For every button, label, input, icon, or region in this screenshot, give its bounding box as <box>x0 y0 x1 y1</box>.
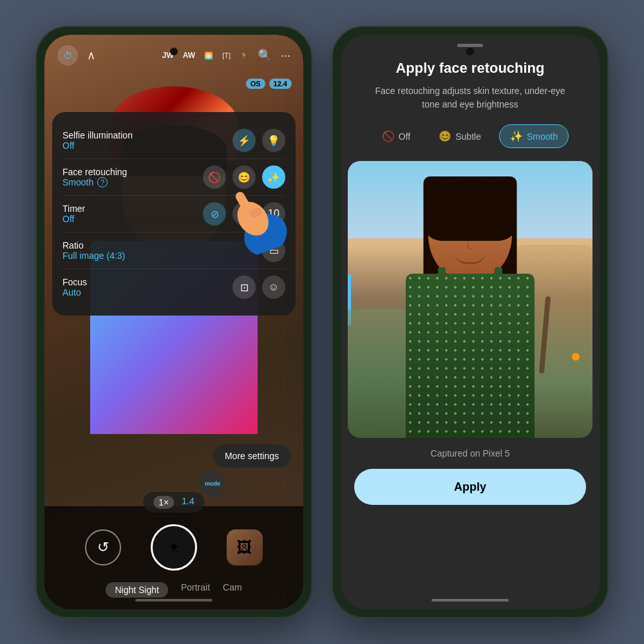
camera-mode-tabs: Night Sight Portrait Cam <box>44 582 303 598</box>
more-icon[interactable]: ··· <box>281 49 290 62</box>
sheet-description: Face retouching adjusts skin texture, un… <box>341 84 600 111</box>
retouch-off-icon: 🚫 <box>382 130 395 142</box>
shutter-icon: ✦ <box>168 539 180 556</box>
flash-off-btn[interactable]: ⚡ <box>232 129 256 152</box>
gallery-thumbnail[interactable]: 🖼 <box>227 529 263 565</box>
timer-value: Off <box>62 214 85 224</box>
bracket-icon: [T] <box>222 52 231 59</box>
ratio-value: Full image (4:3) <box>62 251 125 261</box>
nose <box>468 242 473 249</box>
focus-face-btn[interactable]: ☺ <box>262 276 285 299</box>
left-phone-screen: ⏱ ∧ JW AW 🌅 [T] 🏃 🔍 ··· OS 12.4 <box>44 35 303 609</box>
front-camera <box>170 48 178 55</box>
top-left-icons: ⏱ ∧ <box>57 45 95 66</box>
flip-camera-button[interactable]: ↺ <box>85 529 121 565</box>
focus-row: Focus Auto ⊡ ☺ <box>62 269 285 305</box>
expand-icon: ∧ <box>87 48 95 62</box>
apply-button[interactable]: Apply <box>354 469 586 505</box>
dress-pattern <box>406 274 535 438</box>
face-retouching-help-icon[interactable]: ? <box>97 177 108 187</box>
selfie-illumination-value: Off <box>62 140 133 151</box>
smile <box>454 251 486 264</box>
person-preview <box>380 167 560 438</box>
retouch-smooth-option[interactable]: ✨ Smooth <box>499 124 569 148</box>
lens-icon: 🔍 <box>258 48 272 62</box>
bulb-btn[interactable]: 💡 <box>262 129 285 152</box>
right-phone-frame: Apply face retouching Face retouching ad… <box>332 26 609 618</box>
orange-light <box>572 353 580 361</box>
retouch-off-option[interactable]: 🚫 Off <box>372 124 421 148</box>
left-phone-frame: ⏱ ∧ JW AW 🌅 [T] 🏃 🔍 ··· OS 12.4 <box>35 26 312 618</box>
mode-button[interactable]: mode <box>200 471 225 497</box>
timer-label: Timer <box>62 204 85 214</box>
retouch-subtle-icon: 😊 <box>439 130 451 142</box>
shutter-button[interactable]: ✦ <box>151 524 197 571</box>
bag-strap <box>539 296 551 374</box>
tab-night-sight[interactable]: Night Sight <box>106 582 167 598</box>
tab-cam[interactable]: Cam <box>223 582 242 598</box>
face-preview-image <box>348 161 592 438</box>
focus-value: Auto <box>62 287 87 298</box>
retouch-smooth-icon: ✨ <box>510 130 523 142</box>
focus-auto-btn[interactable]: ⊡ <box>232 276 256 299</box>
zoom-1x[interactable]: 1× <box>153 496 174 509</box>
retouch-off-btn[interactable]: 🚫 <box>203 166 226 189</box>
face-retouching-value: Smooth ? <box>62 177 127 187</box>
top-right-icons: JW AW 🌅 [T] 🏃 🔍 ··· <box>162 48 290 62</box>
retouch-subtle-option[interactable]: 😊 Subtle <box>428 124 491 148</box>
more-settings-button[interactable]: More settings <box>213 444 290 468</box>
hair-top <box>425 176 515 241</box>
front-camera-right <box>466 48 474 55</box>
sheet-title: Apply face retouching <box>376 60 564 77</box>
focus-label: Focus <box>62 277 87 287</box>
home-indicator-right <box>431 599 509 601</box>
selfie-illumination-icons: ⚡ 💡 <box>232 129 285 152</box>
captured-label: Captured on Pixel 5 <box>431 448 510 459</box>
timer-icon-btn[interactable]: ⏱ <box>57 45 78 66</box>
selfie-illumination-row: Selfie illumination Off ⚡ 💡 <box>62 122 285 159</box>
selfie-illumination-label: Selfie illumination <box>62 130 133 140</box>
hdr-icon: 🌅 <box>204 52 213 60</box>
version-badges: OS 12.4 <box>246 79 292 89</box>
tab-portrait[interactable]: Portrait <box>181 582 210 598</box>
zoom-1-4[interactable]: 1.4 <box>182 496 194 509</box>
retouch-options-bar: 🚫 Off 😊 Subtle ✨ Smooth <box>372 124 569 148</box>
motion-icon: 🏃 <box>240 52 249 60</box>
face-retouching-label: Face retouching <box>62 167 127 177</box>
ratio-label: Ratio <box>62 240 125 251</box>
dress-body <box>406 274 535 438</box>
right-phone-screen: Apply face retouching Face retouching ad… <box>341 35 600 609</box>
sheet-drag-handle[interactable] <box>457 44 483 47</box>
zoom-bar: 1× 1.4 <box>143 492 204 513</box>
home-indicator-left <box>135 599 213 601</box>
bottom-controls: ↺ ✦ 🖼 <box>44 524 303 571</box>
aw-icon: AW <box>183 51 195 60</box>
focus-icons: ⊡ ☺ <box>232 276 285 299</box>
